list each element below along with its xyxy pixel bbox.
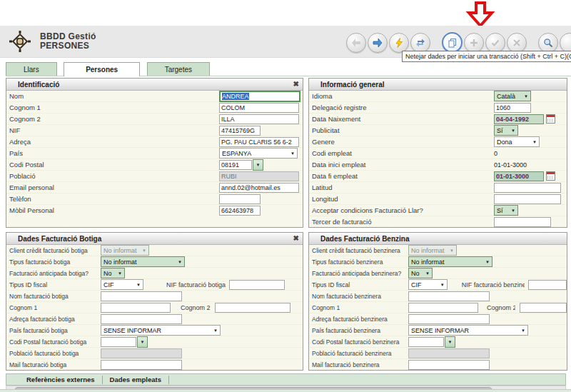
secondary-tabbar: Referències externes Dades empleats	[6, 373, 566, 386]
codi-postal-input[interactable]	[219, 160, 252, 170]
chevron-down-icon: ▼	[511, 129, 515, 133]
mail-facturacio-botiga-input[interactable]	[101, 360, 182, 370]
panel-title: Informació general	[320, 81, 384, 89]
clean-transaction-button[interactable]	[442, 32, 463, 53]
tipus-id-fiscal-botiga-select[interactable]: CIF▼	[101, 279, 143, 290]
chevron-down-icon: ▼	[142, 248, 146, 253]
transfer-button[interactable]	[410, 33, 430, 53]
poblacio-facturacio-botiga-input	[101, 348, 182, 358]
chevron-down-icon: ▼	[290, 151, 295, 156]
tipus-facturacio-botiga-select[interactable]: No informat▼	[101, 256, 185, 267]
main-content: Identificació ✖ Nom ANDREA Cognom 1 Cogn…	[6, 78, 571, 371]
field-row: Adreça facturació botiga	[6, 313, 303, 325]
field-row: Mail facturació benzinera	[309, 359, 567, 370]
client-credit-botiga-select: No informat▼	[101, 245, 149, 256]
search-button[interactable]	[538, 33, 558, 53]
panel-title: Dades Facturació Botiga	[18, 235, 101, 243]
field-row: Cognom 1 Cognom 2	[309, 302, 567, 313]
tab-llars[interactable]: Llars	[6, 62, 57, 76]
panel-facturacio-benzina: Dades Facturació Benzina Client crèdit f…	[308, 232, 567, 371]
tercer-facturacio-input[interactable]	[494, 217, 551, 227]
toolbar	[345, 32, 570, 53]
tab-referencies-externes[interactable]: Referències externes	[19, 376, 103, 384]
data-naixement-input[interactable]: 04-04-1992	[494, 114, 544, 124]
latitud-input[interactable]	[494, 183, 561, 193]
poblacio-facturacio-benzinera-input	[408, 348, 490, 358]
codi-empleat-value: 0	[494, 150, 497, 157]
longitud-input[interactable]	[494, 194, 561, 204]
more-button[interactable]	[560, 33, 571, 53]
execute-button[interactable]	[389, 33, 409, 53]
cognom1-benzinera-input[interactable]	[408, 303, 478, 313]
mobil-input[interactable]	[219, 206, 261, 216]
publicitat-select[interactable]: Sí▼	[494, 125, 518, 136]
facturacio-anticipada-benzinera-select[interactable]: No▼	[408, 268, 433, 278]
genere-select[interactable]: Dona▼	[494, 136, 540, 147]
cognom1-input[interactable]	[219, 103, 299, 113]
field-row: Codi Postal facturació botiga ▼	[6, 336, 303, 348]
pais-facturacio-botiga-select[interactable]: SENSE INFORMAR▼	[101, 325, 221, 336]
pais-select[interactable]: ESPANYA▼	[219, 148, 298, 159]
close-panel-icon[interactable]: ✖	[293, 235, 299, 242]
field-row: Mòbil Personal	[6, 205, 303, 216]
panel-title: Dades Facturació Benzina	[320, 235, 409, 243]
swap-arrows-icon	[415, 38, 425, 48]
nom-facturacio-benzinera-input[interactable]	[408, 291, 490, 301]
field-row: Adreça facturació benzinera	[309, 313, 567, 325]
add-button[interactable]	[464, 33, 484, 53]
data-fi-empleat-input[interactable]: 01-01-3000	[494, 171, 544, 181]
toolbar-tooltip: Netejar dades per iniciar una transacció…	[402, 51, 571, 62]
acceptar-condicions-select[interactable]: Sí▼	[494, 205, 518, 216]
codi-postal-botiga-dropdown-button[interactable]: ▼	[137, 336, 148, 348]
calendar-icon[interactable]	[546, 114, 555, 124]
delegacio-registre-input[interactable]	[494, 103, 531, 113]
facturacio-anticipada-botiga-select[interactable]: No▼	[101, 268, 125, 278]
codi-postal-benzinera-dropdown-button[interactable]: ▼	[445, 336, 455, 348]
cognom2-benzinera-input[interactable]	[520, 303, 567, 313]
field-row: Data fi empleat 01-01-3000	[309, 171, 567, 182]
chevron-down-icon: ▼	[141, 340, 145, 344]
nom-facturacio-botiga-input[interactable]	[101, 291, 182, 301]
field-row: Tipus ID fiscal CIF▼ NIF facturació benz…	[309, 279, 567, 291]
panel-identificacio-header: Identificació ✖	[6, 79, 303, 91]
codi-postal-facturacio-botiga-input[interactable]	[101, 337, 136, 347]
chevron-down-icon: ▼	[213, 328, 218, 333]
tab-dades-empleats[interactable]: Dades empleats	[103, 376, 169, 384]
cognom1-botiga-input[interactable]	[101, 303, 171, 313]
codi-postal-facturacio-benzinera-input[interactable]	[408, 337, 444, 347]
field-row: Població facturació benzinera	[309, 348, 567, 359]
email-input[interactable]	[219, 183, 299, 193]
cognom2-botiga-input[interactable]	[215, 303, 290, 313]
chevron-down-icon: ▼	[178, 260, 182, 264]
confirm-button[interactable]	[485, 33, 505, 53]
calendar-icon[interactable]	[546, 171, 555, 181]
tipus-id-fiscal-benzinera-select[interactable]: CIF▼	[408, 279, 448, 290]
delete-button[interactable]	[507, 33, 527, 53]
mail-facturacio-benzinera-input[interactable]	[408, 360, 490, 370]
nif-facturacio-botiga-input[interactable]	[229, 280, 285, 290]
field-row: Població	[6, 171, 303, 182]
close-panel-icon[interactable]: ✖	[293, 81, 299, 88]
nif-facturacio-benzinera-input[interactable]	[528, 280, 567, 290]
telefon-input[interactable]	[219, 194, 261, 204]
back-button[interactable]	[346, 33, 366, 53]
forward-button[interactable]	[368, 33, 388, 53]
pais-facturacio-benzinera-select[interactable]: SENSE INFORMAR▼	[408, 325, 528, 336]
x-icon	[512, 38, 522, 48]
idioma-select[interactable]: Català▼	[494, 91, 531, 101]
field-row: Població facturació botiga	[6, 348, 303, 359]
tab-persones[interactable]: Persones	[64, 62, 140, 76]
chevron-down-icon: ▼	[118, 271, 122, 276]
adreca-input[interactable]	[219, 137, 299, 147]
nom-input[interactable]: ANDREA	[219, 91, 300, 102]
cognom2-input[interactable]	[219, 114, 299, 124]
tipus-facturacio-benzinera-select[interactable]: No informat▼	[408, 256, 492, 267]
adreca-facturacio-benzinera-input[interactable]	[408, 314, 490, 324]
codi-postal-dropdown-button[interactable]: ▼	[253, 159, 263, 171]
lightning-icon	[394, 38, 404, 48]
chevron-down-icon: ▼	[450, 248, 454, 253]
adreca-facturacio-botiga-input[interactable]	[101, 314, 182, 324]
tab-targetes[interactable]: Targetes	[147, 62, 210, 76]
field-row: País facturació botiga SENSE INFORMAR▼	[6, 325, 303, 336]
nif-input[interactable]	[219, 126, 261, 136]
